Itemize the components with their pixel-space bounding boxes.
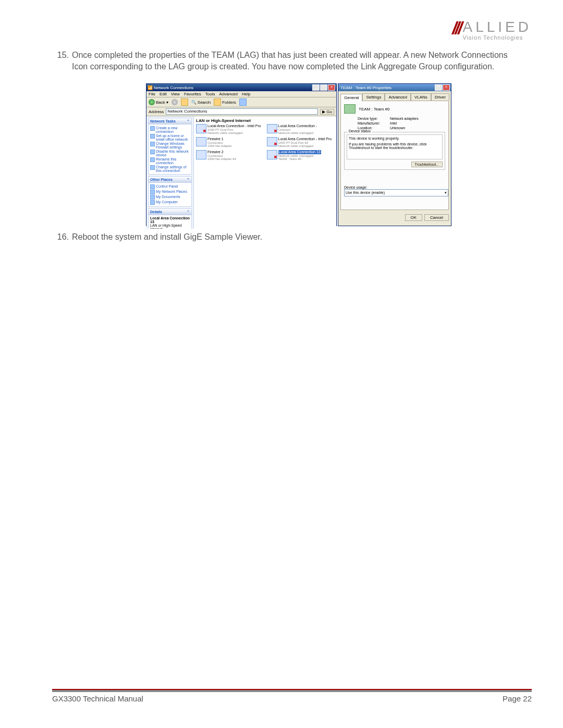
step-number: 16. xyxy=(52,231,72,243)
footer-title: GX3300 Technical Manual xyxy=(52,694,143,703)
kv-val: Intel xyxy=(390,121,397,125)
nic-icon xyxy=(196,137,206,146)
connection-item[interactable]: Local Area Connection - Intel Pro1000 PT… xyxy=(196,124,264,135)
up-icon[interactable] xyxy=(181,98,188,106)
help-button[interactable]: ? xyxy=(435,84,442,91)
titlebar: TEAM : Team #0 Properties ? × xyxy=(338,84,451,91)
tab-advanced[interactable]: Advanced xyxy=(385,93,411,101)
nic-icon xyxy=(267,150,277,159)
menu-favorites[interactable]: Favorites xyxy=(184,92,201,96)
step-15: 15. Once completed the properties of the… xyxy=(52,50,511,72)
nic-icon xyxy=(267,124,277,133)
menu-file[interactable]: File xyxy=(149,92,155,96)
details-line: LAN or High-Speed Internet xyxy=(150,224,190,229)
tab-vlans[interactable]: VLANs xyxy=(411,93,431,101)
device-name: TEAM : Team #0 xyxy=(359,107,389,112)
tab-driver[interactable]: Driver xyxy=(431,93,449,101)
tasks-header[interactable]: Network Tasks⌃ xyxy=(149,118,191,125)
minimize-button[interactable]: _ xyxy=(312,84,320,91)
footer-page: Page 22 xyxy=(503,694,532,703)
adapter-icon xyxy=(344,104,356,114)
toolbar: Back ▾ 🔍Search Folders xyxy=(146,97,336,107)
back-button[interactable]: Back ▾ xyxy=(149,99,168,105)
troubleshoot-button[interactable]: Troubleshoot... xyxy=(411,162,443,167)
window-network-connections: 📶 Network Connections _ □ × File Edit Vi… xyxy=(146,83,337,226)
screenshot-pair: 📶 Network Connections _ □ × File Edit Vi… xyxy=(146,83,511,226)
brand-slashes-icon: /// xyxy=(452,20,460,35)
kv-val: Unknown xyxy=(390,126,405,130)
connection-item[interactable]: Firewire 1Connected1394 Net Adapter xyxy=(196,137,264,148)
nic-icon xyxy=(267,137,277,146)
connection-item[interactable]: Local Area Connection - Intel Pro1000 PT… xyxy=(267,137,335,148)
menubar: File Edit View Favorites Tools Advanced … xyxy=(146,91,336,97)
brand-subtitle: Vision Technologies xyxy=(463,34,532,41)
menu-edit[interactable]: Edit xyxy=(160,92,167,96)
titlebar: 📶 Network Connections _ □ × xyxy=(146,84,336,91)
connection-item[interactable]: Local Area Connection -OnboardNetwork ca… xyxy=(267,124,335,135)
forward-button[interactable] xyxy=(172,99,178,105)
device-usage-select[interactable]: Use this device (enable)▾ xyxy=(344,189,448,196)
go-button[interactable]: ▶ Go xyxy=(320,109,334,115)
connection-list: LAN or High-Speed Internet Local Area Co… xyxy=(194,116,336,229)
other-item[interactable]: My Computer xyxy=(150,200,190,205)
menu-advanced[interactable]: Advanced xyxy=(219,92,238,96)
connection-item-selected[interactable]: Local Area Connection 13Network cable un… xyxy=(267,150,335,161)
tab-settings[interactable]: Settings xyxy=(362,93,385,101)
kv-key: Manufacturer: xyxy=(358,121,387,125)
task-item[interactable]: Change Windows Firewall settings xyxy=(150,142,190,149)
tab-panel-general: TEAM : Team #0 Device type:Network adapt… xyxy=(340,101,449,210)
group-label: Device status xyxy=(348,129,372,133)
address-bar: Address Network Connections ▶ Go xyxy=(146,107,336,116)
connection-item[interactable]: Firewire 2Connected1394 Net Adapter #2 xyxy=(196,150,264,161)
device-usage-label: Device usage: xyxy=(344,186,445,189)
step-16: 16. Reboot the system and install GigE S… xyxy=(52,231,511,243)
side-pane: Network Tasks⌃ Create a new connection S… xyxy=(146,116,194,229)
other-places-header[interactable]: Other Places⌃ xyxy=(149,177,191,183)
menu-view[interactable]: View xyxy=(171,92,180,96)
other-item[interactable]: Control Panel xyxy=(150,184,190,189)
other-item[interactable]: My Network Places xyxy=(150,190,190,194)
step-text: Once completed the properties of the TEA… xyxy=(72,50,511,72)
step-text: Reboot the system and install GigE Sampl… xyxy=(72,231,511,243)
brand-logo: /// ALLIED Vision Technologies xyxy=(452,20,532,41)
address-label: Address xyxy=(149,109,164,114)
folders-button[interactable]: Folders xyxy=(214,98,236,106)
tab-general[interactable]: General xyxy=(340,94,362,101)
kv-val: Network adapters xyxy=(390,117,419,120)
brand-name: ALLIED xyxy=(463,20,532,34)
other-item[interactable]: My Documents xyxy=(150,195,190,200)
close-button[interactable]: × xyxy=(443,84,450,91)
details-name: Local Area Connection 13 xyxy=(150,216,190,224)
window-team-properties: TEAM : Team #0 Properties ? × General Se… xyxy=(338,83,451,226)
task-item[interactable]: Set up a home or small office network xyxy=(150,134,190,141)
task-item[interactable]: Create a new connection xyxy=(150,126,190,133)
status-textarea: This device is working properly. If you … xyxy=(347,134,443,159)
ok-button[interactable]: OK xyxy=(405,214,423,221)
folder-icon: 📶 xyxy=(148,85,153,90)
close-button[interactable]: × xyxy=(328,84,335,91)
menu-help[interactable]: Help xyxy=(242,92,250,96)
task-item[interactable]: Change settings of this connection xyxy=(150,165,190,172)
details-header[interactable]: Details⌃ xyxy=(149,209,191,215)
address-input[interactable]: Network Connections xyxy=(166,108,318,115)
nic-icon xyxy=(196,150,206,159)
category-header: LAN or High-Speed Internet xyxy=(196,117,334,124)
page-footer: GX3300 Technical Manual Page 22 xyxy=(52,689,532,703)
views-icon[interactable] xyxy=(239,98,247,106)
kv-key: Device type: xyxy=(358,117,387,120)
step-number: 15. xyxy=(52,50,72,72)
chevron-down-icon: ▾ xyxy=(445,190,447,196)
nic-icon xyxy=(196,124,206,133)
maximize-button[interactable]: □ xyxy=(320,84,327,91)
menu-tools[interactable]: Tools xyxy=(205,92,215,96)
window-title: Network Connections xyxy=(153,85,312,90)
task-item[interactable]: Rename this connection xyxy=(150,157,190,165)
window-title: TEAM : Team #0 Properties xyxy=(339,85,435,90)
tab-strip: General Settings Advanced VLANs Driver xyxy=(338,91,451,101)
task-item[interactable]: Disable this network device xyxy=(150,150,190,157)
cancel-button[interactable]: Cancel xyxy=(424,214,449,221)
search-button[interactable]: 🔍Search xyxy=(191,100,211,105)
